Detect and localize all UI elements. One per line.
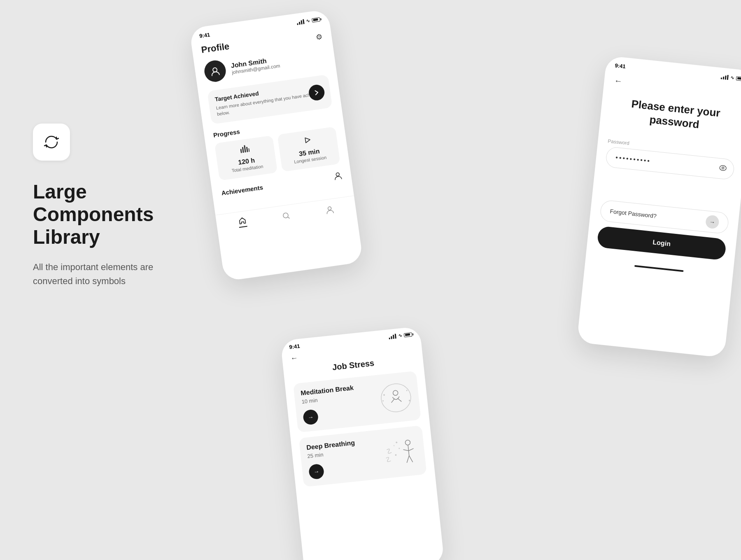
back-button[interactable]: ← <box>614 76 623 86</box>
svg-point-11 <box>722 167 724 169</box>
svg-rect-2 <box>242 147 244 153</box>
profile-content: Profile ⚙ John Smith johnsmith@gmail.com… <box>191 23 354 212</box>
svg-point-0 <box>212 68 217 72</box>
svg-rect-4 <box>246 147 248 152</box>
password-time: 9:41 <box>615 62 626 70</box>
svg-line-8 <box>288 217 289 218</box>
nav-search[interactable] <box>282 211 291 221</box>
svg-point-16 <box>406 390 407 391</box>
svg-rect-5 <box>248 148 249 152</box>
achievements-title: Achievements <box>221 184 263 196</box>
password-content: ← Please enter your password Password Fo… <box>586 69 741 267</box>
forgot-label: Forgot Password? <box>610 208 657 219</box>
target-card: Target Achieved Learn more about everyth… <box>207 75 332 124</box>
phones-area: 9:41 ∿ Profile ⚙ <box>198 0 741 560</box>
avatar <box>203 59 227 83</box>
svg-point-23 <box>393 445 394 446</box>
password-status-icons: ∿ <box>721 74 741 82</box>
person-icon <box>333 171 343 182</box>
settings-icon[interactable]: ⚙ <box>315 32 323 42</box>
svg-point-14 <box>383 394 384 395</box>
total-meditation-card: 120 h Total meditation <box>214 135 277 181</box>
svg-point-15 <box>382 400 383 401</box>
profile-time: 9:41 <box>199 32 210 39</box>
progress-section: Progress 120 h <box>213 114 340 180</box>
profile-title: Profile <box>200 41 230 55</box>
stress-signal-icon <box>389 334 396 339</box>
subtext: All the important elements are converted… <box>33 260 189 288</box>
password-input-wrapper: Password <box>605 138 736 180</box>
svg-rect-1 <box>240 149 242 153</box>
stress-time: 9:41 <box>289 343 300 350</box>
svg-point-13 <box>393 390 398 395</box>
breathing-session-card: Deep Breathing 25 min → <box>299 425 427 487</box>
svg-point-20 <box>396 441 397 443</box>
profile-status-icons: ∿ <box>296 16 320 25</box>
svg-point-10 <box>720 165 727 171</box>
meditation-illustration <box>376 379 416 416</box>
password-phone: 9:41 ∿ ← Please enter your password Pass… <box>577 56 741 358</box>
stress-status-icons: ∿ <box>389 331 412 339</box>
stress-wifi-icon: ∿ <box>398 333 402 338</box>
wifi-icon: ∿ <box>306 18 310 23</box>
pwd-battery-icon <box>736 76 741 81</box>
breathing-illustration <box>382 434 422 470</box>
svg-point-22 <box>395 454 396 455</box>
svg-point-12 <box>380 382 412 413</box>
headline: Large Components Library <box>33 180 206 249</box>
stress-battery-icon <box>404 332 412 337</box>
eye-icon[interactable] <box>719 165 727 173</box>
stress-back-button[interactable]: ← <box>290 354 298 363</box>
nav-profile[interactable] <box>325 205 334 215</box>
breathing-play-button[interactable]: → <box>308 464 325 480</box>
signal-bars-icon <box>296 19 304 25</box>
longest-session-card: 35 min Longest session <box>277 126 340 172</box>
stress-phone: 9:41 ∿ ← Job Stress Meditation Break 10 … <box>280 326 445 560</box>
svg-rect-3 <box>244 145 246 152</box>
nav-home[interactable] <box>238 216 247 228</box>
pwd-signal-icon <box>721 74 729 80</box>
forgot-arrow-icon: → <box>705 215 720 229</box>
svg-point-18 <box>405 440 410 445</box>
pwd-wifi-icon: ∿ <box>730 75 734 81</box>
user-info: John Smith johnsmith@gmail.com <box>231 56 281 75</box>
svg-point-21 <box>398 448 400 449</box>
svg-point-6 <box>336 173 340 176</box>
login-label: Login <box>652 238 671 247</box>
meditation-session-card: Meditation Break 10 min → <box>293 371 421 433</box>
stress-content: ← Job Stress Meditation Break 10 min → <box>282 338 436 496</box>
home-indicator <box>634 265 684 272</box>
password-title: Please enter your password <box>610 95 740 135</box>
refresh-icon <box>42 133 61 151</box>
app-icon <box>33 124 70 161</box>
profile-phone: 9:41 ∿ Profile ⚙ <box>189 9 364 281</box>
meditation-play-button[interactable]: → <box>303 409 319 425</box>
svg-point-9 <box>328 206 331 210</box>
battery-icon <box>312 17 320 22</box>
left-panel: Large Components Library All the importa… <box>33 124 206 288</box>
svg-point-7 <box>283 212 289 218</box>
